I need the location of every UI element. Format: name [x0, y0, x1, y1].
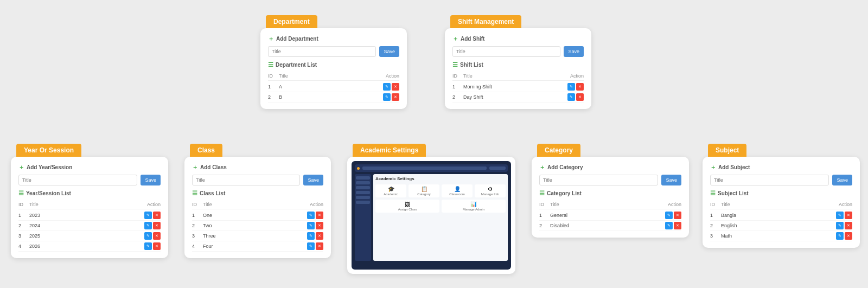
- academic-icon-manage[interactable]: ⚙ Manage Info: [475, 184, 506, 197]
- sidebar-item6: [356, 201, 370, 204]
- category-add-header: ＋ Add Category: [539, 163, 681, 171]
- dept-row2-actions: ✎ ✕: [378, 93, 399, 101]
- table-row: 1 2023 ✎ ✕: [18, 210, 161, 221]
- academic-label: Academic Settings: [353, 144, 426, 157]
- department-list-section: ☰ Department List ID Title Action 1 A ✎ …: [268, 61, 399, 103]
- shift-row1-edit-button[interactable]: ✎: [567, 83, 575, 91]
- category-list-icon: ☰: [539, 190, 545, 197]
- subj-row3-edit-button[interactable]: ✎: [836, 232, 844, 240]
- canvas: Department ＋ Add Department Save ☰ Depar…: [0, 0, 868, 288]
- ys-row1-delete-button[interactable]: ✕: [153, 212, 161, 219]
- subj-row2-edit-button[interactable]: ✎: [836, 222, 844, 229]
- table-row: 1 General ✎ ✕: [539, 210, 681, 221]
- subj-row3-delete-button[interactable]: ✕: [845, 232, 852, 240]
- category-title-input[interactable]: [539, 175, 658, 185]
- department-list-col-headers: ID Title Action: [268, 72, 399, 81]
- shift-col-title: Title: [463, 73, 562, 79]
- ys-row2-delete-button[interactable]: ✕: [153, 222, 161, 229]
- table-row: 2 2024 ✎ ✕: [18, 221, 161, 231]
- shift-add-icon: ＋: [452, 35, 458, 43]
- ys-row4-edit-button[interactable]: ✎: [144, 242, 152, 250]
- class-title-input[interactable]: [192, 175, 300, 185]
- class-row2-edit-button[interactable]: ✎: [307, 222, 315, 229]
- class-row2-delete-button[interactable]: ✕: [316, 222, 323, 229]
- academic-icon-sym1: 🎓: [388, 186, 394, 192]
- department-card-wrapper: Department ＋ Add Department Save ☰ Depar…: [260, 15, 407, 109]
- topbar-nav-buttons: [489, 167, 506, 170]
- dept-row2-title: B: [279, 94, 378, 100]
- class-row4-edit-button[interactable]: ✎: [307, 242, 315, 250]
- class-row1-edit-button[interactable]: ✎: [307, 212, 315, 219]
- ys-row3-edit-button[interactable]: ✎: [144, 232, 152, 240]
- cat-row2-delete-button[interactable]: ✕: [674, 222, 681, 229]
- dept-row2-delete-button[interactable]: ✕: [392, 93, 399, 101]
- year-session-title-input[interactable]: [18, 175, 137, 185]
- shift-list-icon: ☰: [452, 61, 458, 68]
- cat-row1-edit-button[interactable]: ✎: [665, 212, 673, 219]
- class-save-button[interactable]: Save: [303, 175, 323, 185]
- shift-row1-delete-button[interactable]: ✕: [576, 83, 584, 91]
- dept-row2-edit-button[interactable]: ✎: [383, 93, 391, 101]
- subject-title-input[interactable]: [710, 175, 829, 185]
- shift-row1-title: Morning Shift: [463, 84, 562, 89]
- class-list-icon: ☰: [192, 190, 197, 197]
- department-add-icon: ＋: [268, 35, 274, 43]
- table-row: 1 Bangla ✎ ✕: [710, 210, 852, 221]
- ys-row4-delete-button[interactable]: ✕: [153, 242, 161, 250]
- year-session-col-id: ID: [18, 202, 29, 207]
- department-col-title: Title: [279, 73, 378, 79]
- department-col-action: Action: [378, 73, 399, 79]
- subject-col-headers: ID Title Action: [710, 200, 852, 209]
- cat-row2-edit-button[interactable]: ✎: [665, 222, 673, 229]
- year-session-list-icon: ☰: [18, 190, 24, 197]
- year-session-label: Year Or Session: [16, 144, 81, 157]
- year-session-card: ＋ Add Year/Session Save ☰ Year/Session L…: [11, 157, 168, 258]
- sidebar-item4: [356, 191, 370, 194]
- shift-row2-edit-button[interactable]: ✎: [567, 93, 575, 101]
- shift-input-row: Save: [452, 46, 584, 57]
- shift-save-button[interactable]: Save: [564, 46, 584, 57]
- subject-label: Subject: [708, 144, 746, 157]
- department-title-input[interactable]: [268, 46, 376, 57]
- dept-row2-id: 2: [268, 94, 279, 100]
- subj-row2-delete-button[interactable]: ✕: [845, 222, 852, 229]
- academic-icon-label6: Manage Admin: [463, 208, 484, 211]
- academic-icon-assign[interactable]: 🖼 Assign Class: [375, 200, 439, 213]
- dept-row1-edit-button[interactable]: ✎: [383, 83, 391, 91]
- cat-row1-delete-button[interactable]: ✕: [674, 212, 681, 219]
- academic-icon-manage-admin[interactable]: 📊 Manage Admin: [442, 200, 506, 213]
- department-col-id: ID: [268, 73, 279, 79]
- academic-icon-classroom[interactable]: 👤 Classroom: [442, 184, 473, 197]
- ys-row2-edit-button[interactable]: ✎: [144, 222, 152, 229]
- shift-row2-delete-button[interactable]: ✕: [576, 93, 584, 101]
- dept-row1-delete-button[interactable]: ✕: [392, 83, 399, 91]
- academic-icons-grid: 🎓 Academic 📋 Category 👤 Classroom: [375, 184, 506, 197]
- academic-icon-category[interactable]: 📋 Category: [409, 184, 439, 197]
- category-save-button[interactable]: Save: [661, 175, 681, 185]
- shift-col-action: Action: [562, 73, 584, 79]
- table-row: 2 Disabled ✎ ✕: [539, 221, 681, 231]
- table-row: 3 2025 ✎ ✕: [18, 231, 161, 241]
- class-row1-delete-button[interactable]: ✕: [316, 212, 323, 219]
- subj-row1-edit-button[interactable]: ✎: [836, 212, 844, 219]
- ys-row3-delete-button[interactable]: ✕: [153, 232, 161, 240]
- department-list-icon: ☰: [268, 61, 273, 68]
- subj-row1-delete-button[interactable]: ✕: [845, 212, 852, 219]
- class-row3-delete-button[interactable]: ✕: [316, 232, 323, 240]
- category-add-icon: ＋: [539, 163, 545, 171]
- academic-icon-label1: Academic: [384, 193, 398, 196]
- class-row4-delete-button[interactable]: ✕: [316, 242, 323, 250]
- shift-title-input[interactable]: [452, 46, 560, 57]
- academic-icon-label4: Manage Info: [481, 193, 499, 196]
- year-session-list-header: ☰ Year/Session List: [18, 190, 161, 197]
- ys-row1-edit-button[interactable]: ✎: [144, 212, 152, 219]
- department-save-button[interactable]: Save: [379, 46, 399, 57]
- class-row3-edit-button[interactable]: ✎: [307, 232, 315, 240]
- subject-list-section: ☰ Subject List ID Title Action 1 Bangla …: [710, 190, 852, 241]
- academic-icon-academic[interactable]: 🎓 Academic: [375, 184, 406, 197]
- year-session-save-button[interactable]: Save: [141, 175, 161, 185]
- table-row: 1 Morning Shift ✎ ✕: [452, 82, 584, 92]
- table-row: 2 Two ✎ ✕: [192, 221, 323, 231]
- subject-save-button[interactable]: Save: [832, 175, 852, 185]
- shift-col-id: ID: [452, 73, 463, 79]
